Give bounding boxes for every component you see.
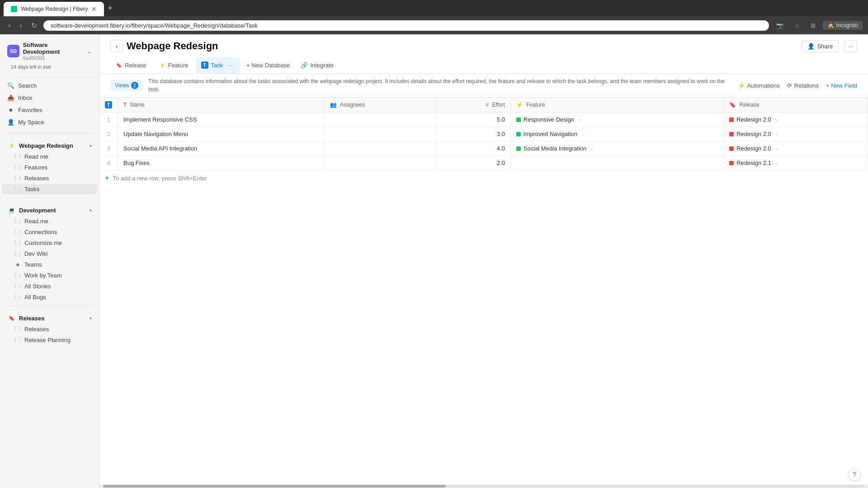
row-effort: 2.0	[436, 156, 510, 170]
sidebar-item-allstories[interactable]: ⋮⋮ All Stories	[2, 281, 97, 291]
tab-feature[interactable]: ⚡ Feature	[154, 59, 194, 71]
row-assignees[interactable]	[325, 127, 437, 141]
section-icon-webpage-redesign: ⚡	[7, 141, 16, 150]
section-header-releases[interactable]: 🔖 Releases ▾	[2, 311, 97, 324]
add-row-hint[interactable]: + To add a new row, press Shift+Enter	[99, 170, 868, 186]
feature-chevron[interactable]: ›	[582, 131, 584, 137]
row-release[interactable]: Redesign 2.1 ›	[724, 156, 868, 170]
devwiki-icon: ⋮⋮	[14, 251, 21, 257]
new-tab-btn[interactable]: +	[104, 2, 116, 15]
table-row[interactable]: 3 Social Media API Integration 4.0 Socia…	[99, 141, 868, 156]
sidebar-item-allbugs[interactable]: ⋮⋮ All Bugs	[2, 292, 97, 302]
share-button[interactable]: 👤 Share	[802, 40, 839, 52]
sidebar-item-myspace[interactable]: 👤 My Space	[2, 116, 97, 128]
release-chevron[interactable]: ›	[776, 117, 778, 122]
sidebar-item-dev-readme[interactable]: ⋮⋮ Read.me	[2, 216, 97, 226]
release-status-dot	[729, 117, 734, 122]
new-database-btn[interactable]: + New Database	[242, 60, 294, 71]
sidebar-sub-item-label: Releases	[24, 326, 49, 333]
expand-btn[interactable]: ›	[110, 40, 123, 52]
integrate-btn[interactable]: 🔗 Integrate	[296, 60, 338, 71]
sidebar-item-tasks[interactable]: ⋮⋮ Tasks	[2, 184, 97, 194]
release-chevron[interactable]: ›	[776, 160, 778, 166]
release-chevron[interactable]: ›	[776, 146, 778, 151]
table-body: 1 Implement Responsive CSS 5.0 Responsiv…	[99, 113, 868, 170]
relations-link[interactable]: ⟳ Relations	[787, 82, 819, 89]
sidebar-header: SD Software Development 6ad8d3d1 ⌄ 14 da…	[0, 34, 99, 77]
table-row[interactable]: 2 Update Navigation Menu 3.0 Improved Na…	[99, 127, 868, 141]
tab-favicon	[11, 6, 17, 12]
sidebar-item-devwiki[interactable]: ⋮⋮ Dev Wiki	[2, 249, 97, 259]
views-bar: Views 2 This database contains informati…	[99, 74, 868, 98]
sidebar-item-customize[interactable]: ⋮⋮ Customize.me	[2, 238, 97, 248]
sidebar-item-favorites[interactable]: ★ Favorites	[2, 104, 97, 116]
sidebar-sub-item-label: Connections	[24, 229, 57, 235]
sidebar-item-inbox[interactable]: 📥 Inbox	[2, 92, 97, 103]
tasks-icon: ⋮⋮	[14, 186, 21, 192]
layout-btn[interactable]: ⊞	[807, 20, 819, 31]
feature-chevron[interactable]: ›	[579, 117, 580, 122]
bookmark-btn[interactable]: ☆	[791, 20, 803, 31]
sidebar-item-teams[interactable]: ◆ Teams	[2, 259, 97, 270]
tab-more-btn[interactable]: ···	[226, 60, 235, 70]
tab-close-btn[interactable]: ✕	[91, 5, 97, 13]
section-header-webpage-redesign[interactable]: ⚡ Webpage Redesign ▾	[2, 138, 97, 151]
sidebar-item-search[interactable]: 🔍 Search	[2, 80, 97, 91]
sidebar-item-releases-sub[interactable]: ⋮⋮ Releases	[2, 324, 97, 334]
reload-btn[interactable]: ↻	[28, 19, 40, 32]
row-assignees[interactable]	[325, 141, 437, 156]
task-type-badge: T	[105, 101, 112, 108]
incognito-btn[interactable]: 🕵 Incognito	[823, 21, 863, 30]
feature-status-dot	[516, 132, 521, 136]
row-release[interactable]: Redesign 2.0 ›	[724, 141, 868, 156]
col-num: T	[99, 98, 118, 113]
more-options-btn[interactable]: ···	[844, 40, 857, 52]
sidebar-sub-item-label: Release Planning	[24, 337, 71, 343]
row-name[interactable]: Social Media API Integration	[118, 141, 325, 156]
row-name[interactable]: Implement Responsive CSS	[118, 113, 325, 127]
automations-link[interactable]: ⚡ Automations	[738, 82, 780, 89]
feature-chevron[interactable]: ›	[591, 146, 593, 151]
bottom-scrollbar[interactable]	[99, 484, 868, 488]
workbyteam-icon: ⋮⋮	[14, 272, 21, 279]
col-effort: # Effort	[436, 98, 510, 113]
table-row[interactable]: 4 Bug Fixes 2.0 Redesign 2.1 ›	[99, 156, 868, 170]
sidebar-item-workbyteam[interactable]: ⋮⋮ Work by Team	[2, 270, 97, 281]
customize-icon: ⋮⋮	[14, 240, 21, 246]
release-name-text: Redesign 2.0	[736, 131, 771, 137]
share-icon: 👤	[807, 43, 815, 50]
tab-task[interactable]: T Task ···	[196, 57, 240, 73]
section-header-development[interactable]: 💻 Development ▾	[2, 203, 97, 216]
row-name[interactable]: Bug Fixes	[118, 156, 325, 170]
row-release[interactable]: Redesign 2.0 ›	[724, 113, 868, 127]
camera-off-btn[interactable]: 📷	[773, 20, 787, 31]
help-button[interactable]: ?	[848, 468, 861, 481]
workspace-info[interactable]: SD Software Development 6ad8d3d1 ⌄	[5, 40, 94, 62]
tab-release[interactable]: 🔖 Release	[110, 59, 152, 71]
address-bar[interactable]: software-development.fibery.io/fibery/sp…	[43, 20, 769, 31]
row-feature[interactable]: Improved Navigation ›	[510, 127, 723, 141]
new-field-button[interactable]: + New Field	[826, 82, 857, 89]
row-feature[interactable]	[510, 156, 723, 170]
section-webpage-redesign: ⚡ Webpage Redesign ▾ ⋮⋮ Read me ⋮⋮ Featu…	[0, 138, 99, 195]
automations-label: Automations	[747, 82, 780, 89]
sidebar-item-features[interactable]: ⋮⋮ Features	[2, 162, 97, 173]
sidebar-item-connections[interactable]: ⋮⋮ Connections	[2, 227, 97, 237]
row-assignees[interactable]	[325, 156, 437, 170]
new-field-label: + New Field	[826, 82, 857, 89]
sidebar-item-readme[interactable]: ⋮⋮ Read me	[2, 151, 97, 162]
row-name[interactable]: Update Navigation Menu	[118, 127, 325, 141]
views-button[interactable]: Views 2	[110, 80, 143, 91]
sidebar-item-release-planning[interactable]: ⋮⋮ Release Planning	[2, 335, 97, 345]
sidebar-item-releases[interactable]: ⋮⋮ Releases	[2, 173, 97, 183]
table-row[interactable]: 1 Implement Responsive CSS 5.0 Responsiv…	[99, 113, 868, 127]
sidebar-item-label: Inbox	[18, 94, 92, 101]
forward-btn[interactable]: ›	[17, 19, 24, 31]
row-assignees[interactable]	[325, 113, 437, 127]
row-feature[interactable]: Responsive Design ›	[510, 113, 723, 127]
release-chevron[interactable]: ›	[776, 131, 778, 137]
row-feature[interactable]: Social Media Integration ›	[510, 141, 723, 156]
active-tab[interactable]: Webpage Redesign | Fibery ✕	[4, 2, 104, 16]
row-release[interactable]: Redesign 2.0 ›	[724, 127, 868, 141]
back-btn[interactable]: ‹	[5, 19, 13, 31]
